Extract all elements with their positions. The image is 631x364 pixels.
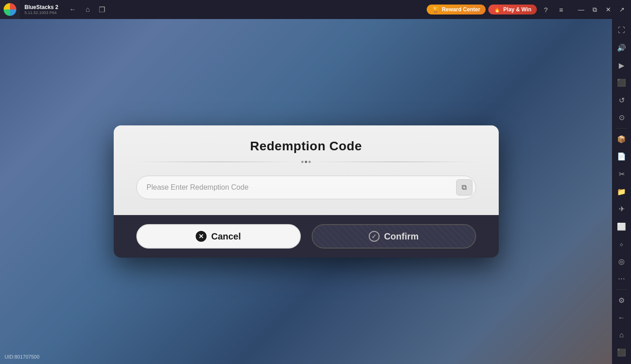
sidebar-diamond-icon[interactable]: ⬦: [613, 236, 630, 252]
restore-button[interactable]: ⧉: [588, 3, 601, 16]
cancel-button[interactable]: ✕ Cancel: [136, 224, 301, 249]
divider-dots: [301, 161, 311, 163]
divider-dot-1: [301, 161, 303, 163]
modal-backdrop: Redemption Code ⧉ ✕ Cancel: [0, 19, 612, 364]
reward-icon: 🏆: [432, 6, 439, 13]
sidebar-screenshot-icon[interactable]: ✂: [613, 166, 630, 182]
reward-center-label: Reward Center: [442, 6, 480, 13]
cancel-icon: ✕: [196, 231, 207, 242]
cancel-label: Cancel: [211, 231, 241, 242]
minimize-button[interactable]: —: [575, 3, 588, 16]
copy-icon: ⧉: [462, 183, 467, 192]
right-sidebar: ⛶ 🔊 ▶ ⬛ ↺ ⊙ 📦 📄 ✂ 📁 ✈ ⬜ ⬦ ◎ ⋯ ⚙ ← ⌂ ⬛: [612, 19, 631, 364]
home-button[interactable]: ⌂: [84, 4, 92, 15]
reward-center-button[interactable]: 🏆 Reward Center: [427, 5, 486, 14]
sidebar-gamepad-icon[interactable]: ⬜: [613, 219, 630, 235]
sidebar-divider-1: [616, 128, 627, 129]
sidebar-rotate-icon[interactable]: ↺: [613, 92, 630, 108]
sidebar-home-icon[interactable]: ⌂: [613, 327, 630, 343]
topbar-nav: ← ⌂ ❐: [63, 4, 112, 16]
play-win-button[interactable]: 🔥 Play & Win: [488, 5, 537, 14]
divider-line-left: [136, 162, 299, 162]
divider-dot-2: [305, 161, 307, 163]
help-button[interactable]: ?: [539, 3, 552, 16]
confirm-label: Confirm: [384, 231, 419, 242]
redemption-code-input[interactable]: [136, 176, 476, 199]
sidebar-settings-icon[interactable]: ⚙: [613, 292, 630, 308]
redemption-modal: Redemption Code ⧉ ✕ Cancel: [114, 125, 499, 258]
sidebar-back-icon[interactable]: ←: [613, 310, 630, 326]
sidebar-airplane-icon[interactable]: ✈: [613, 201, 630, 217]
modal-title: Redemption Code: [136, 139, 476, 153]
play-win-label: Play & Win: [503, 6, 531, 13]
sidebar-expand-icon[interactable]: ⛶: [613, 23, 630, 38]
sidebar-sound-icon[interactable]: 🔊: [613, 40, 630, 56]
sidebar-apps-icon[interactable]: ⬛: [613, 345, 630, 360]
modal-divider: [136, 161, 476, 163]
sidebar-more-icon[interactable]: ⋯: [613, 271, 630, 287]
window-controls: — ⧉ ✕ ↗: [572, 3, 631, 16]
redemption-input-wrapper: ⧉: [136, 176, 476, 199]
expand-button[interactable]: ↗: [616, 3, 628, 16]
topbar: BlueStacks 2 5.11.52.1003 P64 ← ⌂ ❐ 🏆 Re…: [0, 0, 631, 19]
back-button[interactable]: ←: [67, 4, 78, 15]
play-win-icon: 🔥: [494, 6, 501, 13]
modal-lower: ✕ Cancel ✓ Confirm: [114, 215, 499, 258]
divider-dot-3: [308, 161, 311, 163]
modal-upper: Redemption Code ⧉: [114, 125, 499, 215]
confirm-icon: ✓: [369, 231, 380, 242]
sidebar-record-icon[interactable]: ⬛: [613, 75, 630, 91]
copy-paste-button[interactable]: ⧉: [456, 179, 472, 196]
sidebar-video-icon[interactable]: ▶: [613, 57, 630, 73]
app-version: 5.11.52.1003 P64: [24, 10, 58, 15]
sidebar-doc-icon[interactable]: 📄: [613, 149, 630, 165]
topbar-actions: 🏆 Reward Center 🔥 Play & Win ? ≡: [422, 3, 572, 16]
sidebar-package-icon[interactable]: 📦: [613, 131, 630, 147]
sidebar-folder-icon[interactable]: 📁: [613, 184, 630, 200]
sidebar-divider-2: [616, 289, 627, 290]
sidebar-location-icon[interactable]: ◎: [613, 254, 630, 269]
layers-button[interactable]: ❐: [97, 4, 107, 16]
sidebar-refresh-icon[interactable]: ⊙: [613, 110, 630, 126]
close-button[interactable]: ✕: [602, 3, 615, 16]
menu-button[interactable]: ≡: [555, 3, 568, 16]
logo-circle-icon: [4, 3, 16, 16]
app-name: BlueStacks 2: [24, 4, 58, 10]
app-logo: [0, 0, 20, 19]
confirm-button[interactable]: ✓ Confirm: [312, 224, 476, 249]
divider-line-right: [313, 162, 476, 162]
app-info: BlueStacks 2 5.11.52.1003 P64: [20, 4, 63, 15]
